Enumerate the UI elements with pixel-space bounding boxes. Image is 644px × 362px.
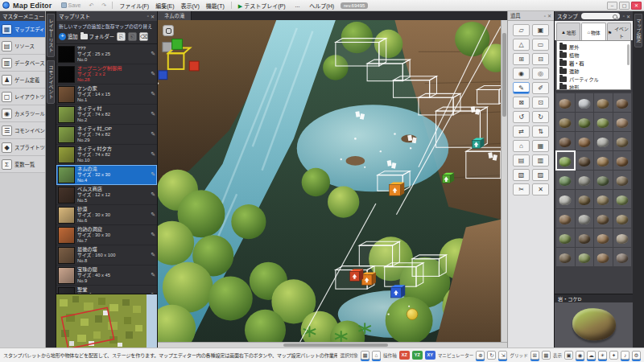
- stamp-cell[interactable]: [556, 93, 575, 112]
- tab-terrain[interactable]: ▲地形: [556, 23, 580, 40]
- map-list-item[interactable]: ケンの家サイズ : 14 x 15No.1✎: [56, 84, 157, 105]
- edit-pencil-icon[interactable]: ✎: [151, 252, 155, 258]
- select-target-object-icon[interactable]: ⌂: [372, 351, 381, 360]
- display-mode-icon[interactable]: ▣: [564, 351, 573, 360]
- stamp-cell[interactable]: [576, 132, 594, 150]
- stamp-cell[interactable]: [576, 209, 594, 228]
- sidebar-item-map-editor[interactable]: ▦マップエディター: [0, 21, 45, 38]
- axis-chip-xz[interactable]: XZ: [399, 351, 410, 360]
- map-list-item[interactable]: 最後の塔サイズ : 160 x 100No.8✎: [56, 245, 157, 265]
- stamp-cell[interactable]: [576, 93, 594, 112]
- axis-chip-xy[interactable]: XY: [425, 351, 436, 360]
- close-icon[interactable]: ✕: [151, 14, 155, 19]
- delete-map-button[interactable]: ⌫: [139, 32, 148, 41]
- stamp-folder[interactable]: 岩・石: [558, 59, 630, 67]
- add-map-button[interactable]: +追加: [59, 33, 78, 40]
- effect-icon[interactable]: ✦: [609, 351, 618, 360]
- close-button[interactable]: ✕: [631, 2, 642, 10]
- map-list-item[interactable]: ネイティ村_OPサイズ : 74 x 82No.29✎: [56, 125, 157, 145]
- stamp-cell[interactable]: [594, 248, 613, 266]
- stamp-cell[interactable]: [594, 113, 613, 131]
- edit-pencil-icon[interactable]: ✎: [151, 171, 155, 178]
- stamp-folder[interactable]: 屋外: [558, 43, 630, 51]
- manipulator-scale-icon[interactable]: ⇲: [498, 351, 507, 360]
- layer-down-tool[interactable]: ▥: [532, 154, 549, 167]
- minimize-button[interactable]: –: [607, 2, 617, 10]
- fill-tool[interactable]: ⊡: [532, 97, 549, 109]
- stamp-cell[interactable]: [594, 132, 613, 150]
- stamp-cell[interactable]: [556, 190, 575, 208]
- map-list-item[interactable]: ???サイズ : 25 x 25No.0✎: [56, 44, 157, 64]
- sidebar-item-game-definition[interactable]: ♟ゲーム定義: [0, 72, 45, 88]
- stamp-search-input[interactable]: [581, 13, 620, 19]
- map-list-item[interactable]: ネイティ村夕方サイズ : 74 x 82No.10✎: [56, 145, 157, 165]
- stamp-cell[interactable]: [556, 228, 575, 247]
- add-folder-button[interactable]: フォルダー: [80, 33, 114, 40]
- pin-icon[interactable]: ▫: [147, 14, 149, 19]
- menu-function[interactable]: 機能(T): [203, 1, 228, 10]
- pen-tool[interactable]: ✎: [513, 82, 530, 94]
- manipulator-rotate-icon[interactable]: ↻: [487, 351, 496, 360]
- eraser-tool[interactable]: ⊠: [513, 97, 530, 109]
- stamp-folder[interactable]: 地形: [558, 83, 630, 90]
- map-list-item[interactable]: 宝珠の間サイズ : 40 x 45No.9✎: [56, 265, 157, 286]
- map-list-item[interactable]: ベムス商店サイズ : 12 x 12No.5✎: [56, 185, 157, 205]
- edit-pencil-icon[interactable]: ✎: [151, 51, 155, 57]
- slab-tool[interactable]: ▭: [532, 39, 549, 51]
- stamp-cell[interactable]: [594, 151, 613, 170]
- canvas-tab-active[interactable]: ネムの滝: [158, 11, 192, 20]
- stamp-cell[interactable]: [613, 228, 632, 247]
- close-icon[interactable]: ✕: [547, 13, 551, 19]
- stamp-cell[interactable]: [594, 171, 613, 189]
- paste-map-button[interactable]: ⎗: [128, 32, 137, 41]
- stamp-cell[interactable]: [613, 93, 632, 112]
- stamp-cell[interactable]: [556, 171, 575, 189]
- more-menu-button[interactable]: ...: [292, 2, 303, 9]
- view-mode-button[interactable]: [163, 25, 174, 36]
- flip-h-tool[interactable]: ⇄: [513, 125, 530, 138]
- stamp-cell[interactable]: [613, 171, 632, 189]
- stamp-cell[interactable]: [576, 151, 594, 170]
- menu-file[interactable]: ファイル(F): [116, 1, 152, 10]
- undo-button[interactable]: ↶: [86, 2, 96, 10]
- save-button[interactable]: Save: [59, 2, 84, 9]
- edit-pencil-icon[interactable]: ✎: [151, 91, 155, 97]
- map-list-item[interactable]: 灼熱の洞窟サイズ : 30 x 30No.7✎: [56, 225, 157, 245]
- stamp-cell[interactable]: [556, 151, 575, 170]
- close-icon[interactable]: ✕: [626, 14, 630, 19]
- stamp-cell[interactable]: [556, 132, 575, 150]
- edit-pencil-icon[interactable]: ✎: [151, 272, 155, 278]
- sidebar-item-layout-tool[interactable]: ▢レイアウトツール: [0, 88, 45, 105]
- stamp-cell[interactable]: [556, 209, 575, 228]
- settings-icon[interactable]: ⚙: [632, 351, 641, 360]
- map-list-item[interactable]: 聖堂サイズ : 30 x 30No.3✎: [56, 286, 157, 294]
- edit-pencil-icon[interactable]: ✎: [151, 232, 155, 238]
- plate-tool[interactable]: ▱: [513, 24, 530, 36]
- stamp-cell[interactable]: [613, 151, 632, 170]
- stamp-cell[interactable]: [576, 228, 594, 247]
- app-gear-icon[interactable]: [2, 2, 10, 9]
- stamp-cell[interactable]: [613, 113, 632, 131]
- map-list-item[interactable]: オープニング制御用サイズ : 2 x 2No.28✎: [56, 64, 157, 84]
- hatch-tool[interactable]: ▧: [513, 169, 530, 181]
- palette-tab-layer-list[interactable]: レイヤーリスト: [47, 14, 55, 57]
- stamp-cell[interactable]: [594, 228, 613, 247]
- tab-object[interactable]: ⌂物体: [581, 23, 605, 40]
- delete-tool[interactable]: ✕: [532, 183, 549, 195]
- cut-tool[interactable]: ✂: [513, 183, 530, 195]
- palette-tab-common-event[interactable]: コモンイベント: [47, 60, 55, 104]
- sidebar-item-camera-tool[interactable]: ◉カメラツール: [0, 105, 45, 122]
- stamp-cell[interactable]: [594, 190, 613, 208]
- stamp-folder[interactable]: パーティクル: [558, 75, 630, 83]
- box-tool[interactable]: ▣: [532, 24, 549, 36]
- layer-up-tool[interactable]: ▤: [513, 154, 530, 167]
- pin-icon[interactable]: ▫: [623, 14, 625, 19]
- sound-icon[interactable]: ♪: [621, 351, 630, 360]
- folder-scrollbar[interactable]: [627, 44, 630, 65]
- select-target-terrain-icon[interactable]: ▦: [361, 351, 369, 360]
- rotate-left-tool[interactable]: ↺: [513, 111, 530, 123]
- stamp-cell[interactable]: [556, 248, 575, 266]
- light-icon[interactable]: ☀: [598, 351, 607, 360]
- eyedropper-tool[interactable]: ✐: [532, 82, 549, 94]
- home-position-tool[interactable]: ⌂: [513, 140, 530, 152]
